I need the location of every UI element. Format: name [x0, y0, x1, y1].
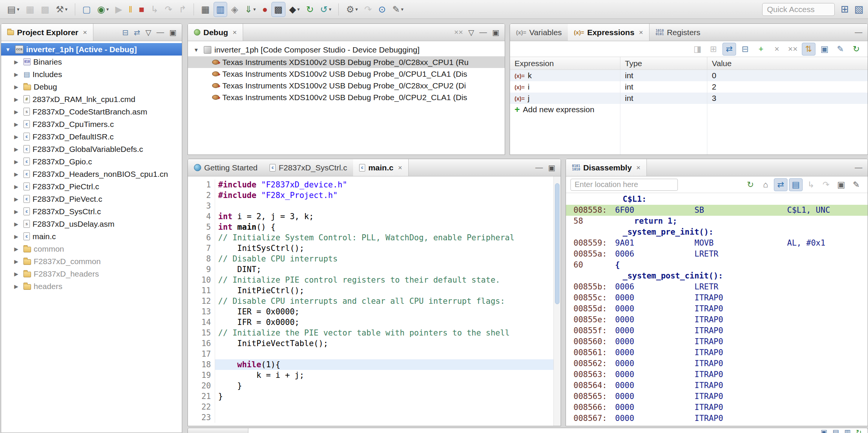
breakpoint-gutter[interactable] [188, 380, 198, 391]
expression-row[interactable]: (x)=iint2 [510, 81, 868, 93]
expander-icon[interactable]: ▶ [12, 71, 21, 77]
project-item[interactable]: ▶cF2837xD_Headers_nonBIOS_cpu1.cn [1, 168, 182, 180]
breakpoint-gutter[interactable] [188, 338, 198, 349]
debug-thread[interactable]: Texas Instruments XDS100v2 USB Debug Pro… [188, 91, 505, 103]
resume-button[interactable]: ▶ [113, 2, 125, 17]
terminate-button[interactable]: ■ [136, 2, 147, 17]
project-item[interactable]: ▶cF2837xD_PieCtrl.c [1, 180, 182, 193]
project-item[interactable]: ▶common [1, 243, 182, 255]
pin-view-button[interactable]: ✎ [849, 178, 863, 191]
breakpoint-gutter[interactable] [188, 190, 198, 201]
add-new-expression-button[interactable]: + [754, 43, 768, 56]
project-item[interactable]: ▶cF2837xD_PieVect.c [1, 193, 182, 205]
collapse-all-button[interactable]: ⊟ [738, 43, 752, 56]
breakpoint-gutter[interactable] [188, 370, 198, 380]
interactive-filter-button[interactable]: ⇅ [802, 43, 815, 56]
project-item[interactable]: ▶cmain.c [1, 230, 182, 243]
scrollbar-thumb[interactable] [555, 183, 560, 304]
refresh-icon[interactable]: ↻ [856, 428, 862, 433]
tab-debug[interactable]: Debug × [188, 24, 243, 41]
tab-sysctrl-c[interactable]: c F2837xD_SysCtrl.c [264, 159, 353, 176]
expander-icon[interactable]: ▶ [12, 258, 21, 264]
expander-icon[interactable]: ▶ [12, 159, 21, 165]
tab-disassembly[interactable]: Disassembly × [566, 159, 647, 176]
project-item[interactable]: ▶F2837xD_headers [1, 268, 182, 280]
debug-thread[interactable]: Texas Instruments XDS100v2 USB Debug Pro… [188, 68, 505, 80]
location-input[interactable] [570, 179, 678, 191]
refresh-target-button[interactable]: ↻ [304, 2, 316, 17]
pin-to-debug-context-button[interactable]: ✎ [834, 43, 847, 56]
back-button[interactable]: ↷ [362, 2, 375, 17]
column-expression[interactable]: Expression [510, 57, 620, 70]
restore-view-icon[interactable]: ▣ [821, 428, 827, 433]
minimize-icon[interactable]: ― [535, 163, 543, 172]
new-button[interactable]: ▤▾ [5, 2, 22, 17]
expander-icon[interactable]: ▶ [12, 184, 21, 190]
remove-all-terminated-icon[interactable]: ×× [454, 28, 463, 37]
expander-icon[interactable]: ▶ [12, 246, 21, 252]
open-perspective-icon[interactable]: ⊞ [841, 3, 849, 15]
disassembly-listing[interactable]: C$L1:008558:6F00SBC$L1, UNC58 return 1;_… [566, 193, 868, 426]
search-button[interactable]: ⊙ [376, 2, 389, 17]
expander-icon[interactable]: ▶ [12, 96, 21, 102]
link-with-debug-context-button[interactable]: ⇄ [774, 178, 787, 191]
ccs-perspective-icon[interactable]: ▧ [854, 3, 863, 15]
memory-browser-button[interactable]: ▥ [214, 2, 228, 17]
expander-icon[interactable]: ▶ [12, 134, 21, 140]
load-program-button[interactable]: ⇓▾ [242, 2, 259, 17]
breakpoint-button[interactable]: ● [260, 2, 271, 17]
focus-expression-button[interactable]: ⇄ [722, 43, 736, 56]
expander-icon[interactable]: ▶ [12, 283, 21, 289]
expander-icon[interactable]: ▶ [12, 109, 21, 115]
show-logical-structure-button[interactable]: ⊞ [707, 43, 720, 56]
tab-expressions[interactable]: (x)= Expressions × [568, 24, 649, 41]
close-icon[interactable]: × [639, 28, 643, 37]
code-editor[interactable]: 1#include "F2837xD_device.h"2#include "F… [188, 176, 561, 426]
remove-selected-button[interactable]: × [770, 43, 784, 56]
breakpoint-gutter[interactable] [188, 264, 198, 275]
breakpoint-gutter[interactable] [188, 391, 198, 402]
expander-icon[interactable]: ▶ [12, 234, 21, 240]
project-item[interactable]: ▶cF2837xD_CpuTimers.c [1, 118, 182, 130]
breakpoint-gutter[interactable] [188, 179, 198, 190]
add-expression-row[interactable]: + Add new expression [510, 104, 868, 115]
expander-icon[interactable]: ▶ [12, 209, 21, 215]
column-value[interactable]: Value [707, 57, 868, 70]
step-return-button[interactable]: ↱ [176, 2, 189, 17]
expression-row[interactable]: (x)=kint0 [510, 70, 868, 81]
breakpoint-gutter[interactable] [188, 349, 198, 359]
minimize-icon[interactable]: ― [479, 28, 487, 37]
breakpoint-gutter[interactable] [188, 412, 198, 423]
project-item[interactable]: ▶▤Includes [1, 68, 182, 80]
expander-icon[interactable]: ▼ [3, 46, 12, 53]
save-all-button[interactable]: ▩ [38, 2, 52, 17]
expander-icon[interactable]: ▶ [12, 59, 21, 65]
breakpoint-gutter[interactable] [188, 275, 198, 285]
maximize-icon[interactable]: ▣ [169, 28, 177, 37]
collapse-all-icon[interactable]: ⊟ [122, 28, 129, 37]
maximize-icon[interactable]: ▣ [548, 163, 555, 172]
project-root-row[interactable]: ▼ inverter_1ph [Active - Debug] [1, 43, 182, 56]
project-item[interactable]: ▶F2837xD_common [1, 255, 182, 268]
expression-row[interactable]: (x)=jint3 [510, 93, 868, 104]
debug-thread[interactable]: Texas Instruments XDS100v2 USB Debug Pro… [188, 56, 505, 68]
view-registers-button[interactable]: ▦ [198, 2, 212, 17]
tab-getting-started[interactable]: Getting Started [188, 159, 264, 176]
build-button[interactable]: ⚒▾ [53, 2, 70, 17]
refresh-view-button[interactable]: ↻ [744, 178, 757, 191]
step-over-button[interactable]: ↷ [162, 2, 175, 17]
breakpoint-gutter[interactable] [188, 243, 198, 254]
project-item[interactable]: ▶010Binaries [1, 56, 182, 68]
save-button[interactable]: ▦ [23, 2, 37, 17]
breakpoint-gutter[interactable] [188, 359, 198, 370]
view-menu-icon[interactable]: ▽ [468, 28, 474, 37]
toggle-mode-button[interactable]: ▩ [271, 2, 285, 17]
breakpoint-gutter[interactable] [188, 296, 198, 306]
flash-settings-button[interactable]: ⚙▾ [343, 2, 360, 17]
expander-icon[interactable]: ▶ [12, 271, 21, 277]
new-disassembly-view-button[interactable]: ▣ [834, 178, 848, 191]
quick-access-input[interactable] [762, 3, 835, 16]
expander-icon[interactable]: ▶ [12, 121, 21, 127]
refresh-expressions-button[interactable]: ↻ [849, 43, 863, 56]
project-item[interactable]: ▶cF2837xD_Gpio.c [1, 155, 182, 168]
